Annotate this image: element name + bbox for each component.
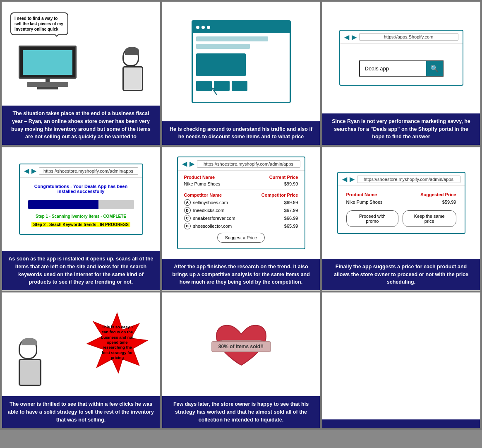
price-header-row: Product Name Suggested Price <box>346 192 456 197</box>
browser-content-2: ↖ <box>193 33 290 94</box>
comp-browser: ◀ ▶ https://shoestore.myshopify.com/admi… <box>177 157 305 249</box>
comp-header-row: Product Name Current Price <box>184 175 298 180</box>
monitor-body <box>19 46 77 79</box>
step1-text: Step 1 - Scanning iventory items - COMPL… <box>28 214 134 219</box>
step2-text: Step 2 - Seach Keywords trends - IN PROG… <box>31 222 130 227</box>
price-suggested-header: Suggested Price <box>420 192 456 197</box>
cell-1-scene: I need to find a way to sell the last pi… <box>6 8 156 99</box>
cell-7-image: This is so easy, I can focus on the busi… <box>2 293 160 396</box>
search-button[interactable]: 🔍 <box>426 61 443 76</box>
browser-block-c <box>232 81 247 91</box>
nav-forward-icon[interactable]: ▶ <box>352 33 357 41</box>
monitor-screen <box>23 50 72 75</box>
cell-7-caption: The owner is thrilled to see that within… <box>2 396 160 428</box>
cell-8-caption: Few days later, the store owner is happy… <box>162 396 320 428</box>
speech-bubble-1: I need to find a way to sell the last pi… <box>10 12 68 35</box>
price-product-value: Nike Pump Shoes <box>346 200 383 205</box>
comp-body: Product Name Current Price Nike Pump Sho… <box>178 171 305 248</box>
browser-mockup-2: ↖ <box>192 20 291 103</box>
comp-price-D: $65.99 <box>284 224 298 229</box>
search-box: 🔍 <box>359 60 444 77</box>
price-item-row: Nike Pump Shoes $59.99 <box>346 200 456 205</box>
competitor-price-header: Competitor Price <box>261 193 298 198</box>
cell-9 <box>322 292 480 428</box>
progress-filled <box>28 200 99 209</box>
comp-price-B: $67.99 <box>284 208 298 213</box>
app-nav-back-icon[interactable]: ◀ <box>24 167 29 175</box>
comp-url: https://shoestore.myshopify.com/admin/ap… <box>197 160 300 168</box>
browser-bar-2 <box>193 22 290 33</box>
keyboard <box>27 82 68 87</box>
browser-line-1 <box>196 36 268 41</box>
cell-1: I need to find a way to sell the last pi… <box>2 2 160 145</box>
computer-desk <box>14 46 81 87</box>
cell-6: ◀ ▶ https://shoestore.myshopify.com/admi… <box>322 147 480 291</box>
person-body <box>122 66 143 91</box>
price-nav: ◀ ▶ https://shoestore.myshopify.com/admi… <box>338 173 465 186</box>
keep-price-button[interactable]: Keep the same price <box>403 210 456 227</box>
product-row: Nike Pump Shoes $99.99 <box>184 181 298 186</box>
current-price-value: $99.99 <box>284 181 298 186</box>
comp-nav: ◀ ▶ https://shoestore.myshopify.com/admi… <box>178 157 305 171</box>
competitor-name-header: Competitor Name <box>184 193 222 198</box>
comp-nav-back-icon[interactable]: ◀ <box>182 160 187 168</box>
cell-2-image: ↖ <box>162 2 320 121</box>
shopify-url: https://apps.Shopify.com <box>359 33 458 41</box>
comp-item-D: D shoescollector.com $65.99 <box>184 223 298 229</box>
cell-3: ◀ ▶ https://apps.Shopify.com 🔍 Since Rya… <box>322 2 480 145</box>
price-nav-back-icon[interactable]: ◀ <box>342 175 347 183</box>
browser-blue-block <box>196 53 246 76</box>
cell-1-image: I need to find a way to sell the last pi… <box>2 2 160 106</box>
price-actions: Proceed with promo Keep the same price <box>346 210 456 227</box>
progress-empty <box>98 200 134 209</box>
owner-figure <box>19 338 41 386</box>
comp-price-C: $66.99 <box>284 216 298 221</box>
price-browser: ◀ ▶ https://shoestore.myshopify.com/admi… <box>337 172 465 234</box>
product-name-header: Product Name <box>184 175 215 180</box>
person-head <box>122 48 139 66</box>
shopify-browser: ◀ ▶ https://apps.Shopify.com 🔍 <box>339 30 463 86</box>
comp-sub-header: Competitor Name Competitor Price <box>184 193 298 198</box>
app-url: https://shoestore.myshopify.com/admin/ap… <box>39 167 138 175</box>
cell-3-image: ◀ ▶ https://apps.Shopify.com 🔍 <box>322 2 480 113</box>
happy-scene: This is so easy, I can focus on the busi… <box>6 299 156 390</box>
cell-2: ↖ He is checking around to understand hi… <box>162 2 320 145</box>
cell-6-image: ◀ ▶ https://shoestore.myshopify.com/admi… <box>322 147 480 259</box>
speech-burst: This is so easy, I can focus on the busi… <box>85 311 149 373</box>
cell-1-caption: The situation takes place at the end of … <box>2 106 160 145</box>
comp-price-A: $69.99 <box>284 200 298 205</box>
price-nav-forward-icon[interactable]: ▶ <box>350 175 355 183</box>
cell-5: ◀ ▶ https://shoestore.myshopify.com/admi… <box>162 147 320 291</box>
comp-item-B: B Ineedkicks.com $67.99 <box>184 207 298 214</box>
ryan-figure <box>122 48 143 91</box>
deals-search-input[interactable] <box>360 63 426 74</box>
cell-3-caption: Since Ryan is not very performance marke… <box>322 113 480 145</box>
shopify-nav: ◀ ▶ https://apps.Shopify.com <box>340 31 463 44</box>
cell-8: 80% of items sold!! Few days later, the … <box>162 292 320 428</box>
cell-4: ◀ ▶ https://shoestore.myshopify.com/admi… <box>2 147 160 291</box>
progress-bar <box>28 200 134 209</box>
cursor-arrow: ↖ <box>208 83 220 98</box>
sold-banner: 80% of items sold!! <box>211 341 271 352</box>
comp-nav-forward-icon[interactable]: ▶ <box>189 160 194 168</box>
comp-item-C: C sneakersforever.com $66.99 <box>184 215 298 222</box>
price-suggested-value: $59.99 <box>442 200 456 205</box>
app-nav-forward-icon[interactable]: ▶ <box>31 167 36 175</box>
circle-B: B <box>184 207 191 214</box>
circle-C: C <box>184 215 191 222</box>
speech-text-1: I need to find a way to sell the last pi… <box>14 16 63 31</box>
cell-8-image: 80% of items sold!! <box>162 293 320 396</box>
price-body: Product Name Suggested Price Nike Pump S… <box>338 186 465 233</box>
congrats-text: Congratulations - Your Deals App has bee… <box>28 184 134 194</box>
owner-head <box>19 338 37 359</box>
app-browser: ◀ ▶ https://shoestore.myshopify.com/admi… <box>19 164 143 235</box>
app-body: Congratulations - Your Deals App has bee… <box>20 178 142 234</box>
cell-4-caption: As soon as the app is installed it opens… <box>2 251 160 290</box>
browser-line-2 <box>196 44 250 49</box>
cell-2-caption: He is checking around to understand his … <box>162 121 320 145</box>
nav-back-icon[interactable]: ◀ <box>344 33 349 41</box>
circle-A: A <box>184 199 191 206</box>
suggest-price-button[interactable]: Suggest a Price <box>217 233 265 243</box>
proceed-promo-button[interactable]: Proceed with promo <box>346 210 398 227</box>
comp-divider <box>184 190 298 190</box>
